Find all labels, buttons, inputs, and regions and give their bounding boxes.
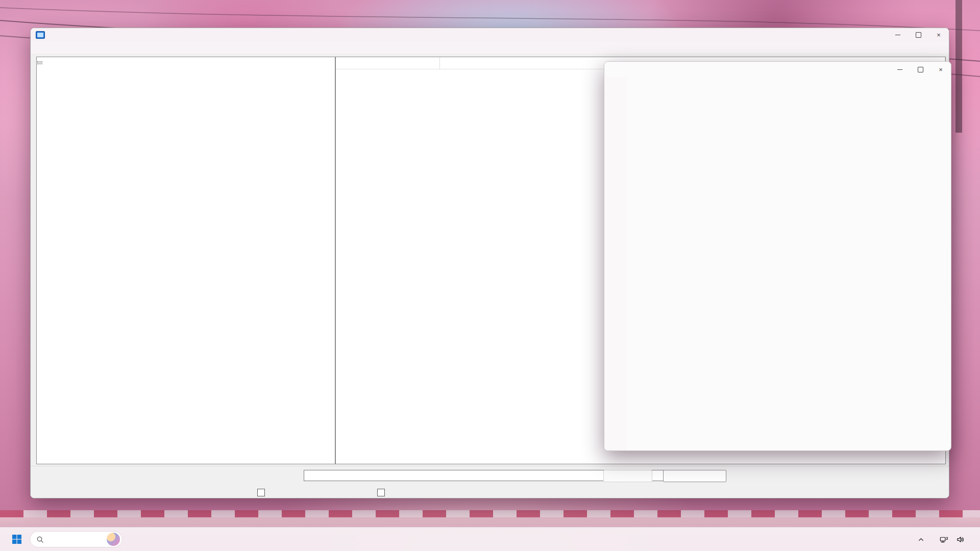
find-button[interactable]	[603, 470, 652, 482]
search-input[interactable]	[48, 535, 103, 544]
minimize-icon	[895, 35, 900, 35]
tree-item-summary[interactable]	[38, 62, 42, 64]
rail-settings-gear-icon[interactable]	[604, 426, 627, 443]
windows-security-window: ×	[604, 61, 951, 451]
find-input[interactable]	[304, 470, 723, 481]
maximize-button[interactable]	[910, 62, 930, 77]
minimize-button[interactable]	[890, 62, 910, 77]
security-caption-buttons: ×	[890, 62, 951, 77]
search-highlight-image	[107, 533, 120, 546]
minimize-button[interactable]	[888, 28, 908, 41]
column-header-item[interactable]	[336, 57, 440, 69]
security-nav-rail	[604, 77, 627, 450]
close-pane-button[interactable]	[663, 470, 726, 482]
volume-icon[interactable]	[956, 535, 966, 544]
security-title-bar: ×	[604, 62, 951, 77]
checkbox-icon	[257, 489, 265, 496]
close-button[interactable]: ×	[930, 62, 951, 77]
windows-logo-icon	[11, 534, 22, 545]
security-page	[627, 77, 951, 450]
minimize-icon	[897, 69, 902, 70]
maximize-icon	[918, 67, 923, 72]
network-icon[interactable]	[939, 535, 949, 544]
system-tray	[917, 535, 980, 544]
checkbox-search-category-names[interactable]	[377, 489, 387, 496]
system-information-app-icon	[36, 31, 45, 39]
sysinfo-caption-buttons: ×	[888, 28, 949, 41]
sysinfo-title-bar: ×	[31, 28, 949, 41]
maximize-button[interactable]	[908, 28, 928, 41]
maximize-icon	[916, 32, 921, 38]
hidden-icons-chevron-icon[interactable]	[917, 536, 925, 543]
search-icon	[36, 536, 44, 543]
close-button[interactable]: ×	[928, 28, 949, 41]
checkbox-icon	[377, 489, 385, 496]
category-tree	[36, 57, 335, 464]
desktop: ×	[0, 0, 980, 551]
sysinfo-menu-bar	[31, 41, 949, 54]
taskbar	[0, 527, 980, 551]
taskbar-search-box[interactable]	[30, 531, 122, 547]
wallpaper-street-stripe	[0, 510, 980, 517]
checkbox-search-selected-category[interactable]	[257, 489, 267, 496]
start-button[interactable]	[7, 530, 27, 549]
find-bar	[31, 466, 949, 498]
